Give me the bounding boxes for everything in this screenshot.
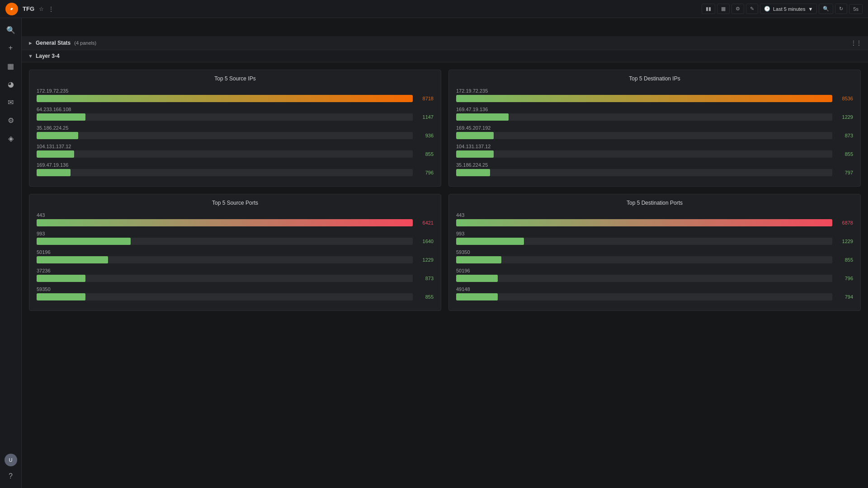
bar-row: 169.45.207.192 873 — [456, 125, 853, 139]
app-title: TFG — [23, 5, 34, 12]
bar-value: 794 — [836, 294, 853, 300]
help-icon[interactable]: ? — [3, 468, 19, 484]
bar-fill — [456, 275, 498, 282]
panel-title-dest-ips: Top 5 Destination IPs — [456, 75, 853, 82]
bar-label: 59350 — [456, 249, 853, 255]
bar-label: 104.131.137.12 — [37, 144, 434, 149]
bar-label: 35.186.224.25 — [456, 162, 853, 168]
sidebar-item-dashboard[interactable]: ▦ — [3, 58, 19, 74]
bar-label: 35.186.224.25 — [37, 125, 434, 131]
bar-track — [37, 256, 413, 263]
star-icon[interactable]: ☆ — [39, 6, 44, 12]
bar-track — [37, 219, 413, 226]
bar-container: 796 — [37, 169, 434, 176]
bar-label: 59350 — [37, 286, 434, 292]
bar-label: 993 — [37, 231, 434, 236]
bar-track — [456, 293, 832, 300]
general-stats-header[interactable]: ► General Stats (4 panels) ⋮⋮ — [22, 36, 868, 50]
bar-value: 797 — [836, 170, 853, 175]
bar-value: 1147 — [416, 114, 434, 120]
time-label: Last 5 minutes — [773, 6, 806, 12]
bar-row: 172.19.72.235 8536 — [456, 88, 853, 102]
bar-container: 1229 — [456, 113, 853, 121]
bar-container: 794 — [456, 293, 853, 300]
bar-row: 59350 855 — [456, 249, 853, 263]
clock-icon: 🕑 — [764, 6, 770, 12]
bar-label: 50196 — [456, 268, 853, 273]
bar-row: 64.233.166.108 1147 — [37, 107, 434, 121]
refresh-icon-btn[interactable]: ↻ — [835, 4, 847, 14]
panel-title-source-ips: Top 5 Source IPs — [37, 75, 434, 82]
user-avatar[interactable]: U — [3, 452, 19, 468]
layer-collapse-icon: ▼ — [28, 53, 33, 59]
bar-value: 1229 — [836, 239, 853, 244]
sidebar-item-search[interactable]: 🔍 — [3, 22, 19, 38]
bar-container: 855 — [456, 256, 853, 263]
bar-fill — [37, 238, 131, 245]
sidebar-item-shield[interactable]: ◈ — [3, 130, 19, 146]
search-icon-btn[interactable]: 🔍 — [819, 4, 833, 14]
bar-container: 1147 — [37, 113, 434, 121]
time-picker[interactable]: 🕑 Last 5 minutes ▼ — [760, 4, 817, 14]
bar-container: 796 — [456, 275, 853, 282]
bar-row: 443 6421 — [37, 212, 434, 226]
bar-row: 169.47.19.136 1229 — [456, 107, 853, 121]
layer34-header[interactable]: ▼ Layer 3-4 — [22, 50, 868, 62]
refresh-rate-btn[interactable]: 5s — [849, 4, 863, 14]
bar-row: 104.131.137.12 855 — [456, 144, 853, 158]
bar-fill — [456, 150, 494, 158]
bar-fill — [456, 219, 832, 226]
settings-icon-btn[interactable]: ⚙ — [731, 4, 744, 14]
bar-value: 855 — [836, 257, 853, 263]
bar-label: 169.47.19.136 — [456, 107, 853, 112]
bar-label: 169.45.207.192 — [456, 125, 853, 131]
bar-fill — [37, 169, 71, 176]
bar-fill — [456, 95, 832, 102]
sidebar-bottom: U ? — [3, 452, 19, 484]
bar-track — [37, 275, 413, 282]
bar-track — [456, 238, 832, 245]
bar-fill — [456, 238, 524, 245]
sidebar-item-alerts[interactable]: ✉ — [3, 94, 19, 110]
bar-label: 993 — [456, 231, 853, 236]
bar-label: 443 — [456, 212, 853, 218]
panel-top5-dest-ips: Top 5 Destination IPs 172.19.72.235 8536… — [448, 70, 861, 187]
bar-value: 855 — [416, 294, 434, 300]
bar-value: 873 — [416, 276, 434, 281]
bar-row: 49148 794 — [456, 286, 853, 300]
bar-track — [37, 95, 413, 102]
bar-label: 37236 — [37, 268, 434, 273]
sidebar-item-settings[interactable]: ⚙ — [3, 112, 19, 128]
bar-value: 855 — [416, 151, 434, 157]
bar-container: 797 — [456, 169, 853, 176]
share-icon[interactable]: ⋮ — [48, 6, 54, 12]
sidebar-item-explore[interactable]: ◕ — [3, 76, 19, 92]
app-logo — [5, 3, 18, 15]
bar-track — [37, 293, 413, 300]
bar-label: 64.233.166.108 — [37, 107, 434, 112]
bar-label: 49148 — [456, 286, 853, 292]
panel-top5-source-ips: Top 5 Source IPs 172.19.72.235 8718 64.2… — [29, 70, 441, 187]
bar-track — [456, 275, 832, 282]
bar-value: 873 — [836, 133, 853, 138]
panel-top5-dest-ports: Top 5 Destination Ports 443 6878 993 122… — [448, 194, 861, 311]
chart-icon-btn[interactable]: ▮▮ — [702, 4, 715, 14]
general-stats-title: General Stats — [36, 40, 71, 46]
bar-row: 172.19.72.235 8718 — [37, 88, 434, 102]
bar-row: 104.131.137.12 855 — [37, 144, 434, 158]
sidebar-item-add[interactable]: + — [3, 40, 19, 56]
bar-container: 6878 — [456, 219, 853, 226]
bar-value: 796 — [836, 276, 853, 281]
bar-track — [456, 132, 832, 139]
comment-icon-btn[interactable]: ✎ — [746, 4, 758, 14]
bar-fill — [37, 293, 85, 300]
bar-track — [456, 169, 832, 176]
bar-fill — [37, 150, 74, 158]
bar-track — [37, 169, 413, 176]
bar-value: 796 — [416, 170, 434, 175]
bar-value: 1229 — [416, 257, 434, 263]
grid-icon-btn[interactable]: ▦ — [717, 4, 730, 14]
bar-container: 8536 — [456, 95, 853, 102]
main-content: ► General Stats (4 panels) ⋮⋮ ▼ Layer 3-… — [22, 36, 868, 488]
bar-fill — [456, 132, 494, 139]
